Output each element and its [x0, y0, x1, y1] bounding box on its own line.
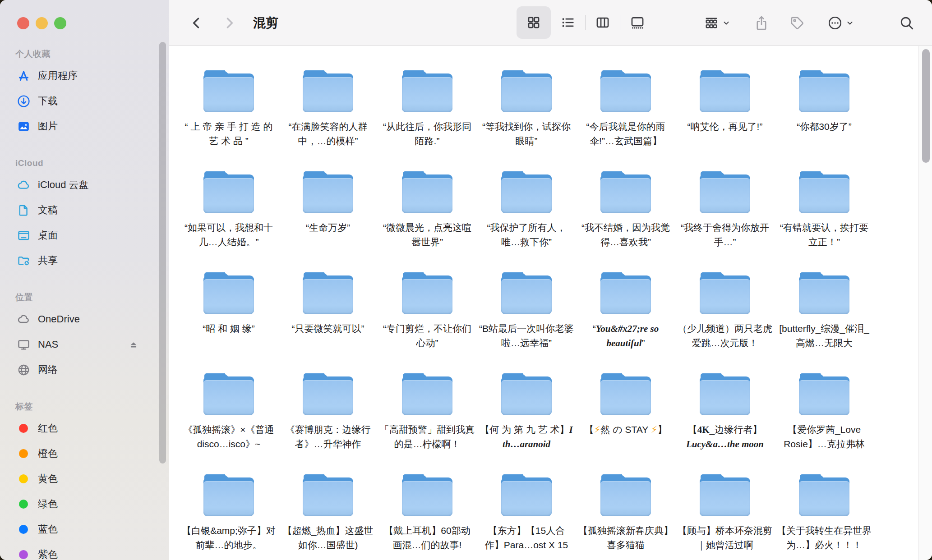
folder-item[interactable]: 【东方】【15人合作】Para…ost X 15 [477, 469, 576, 560]
download-icon [15, 93, 32, 109]
folder-label: 《孤独摇滚》×《普通disco…isco》~ [181, 422, 277, 451]
folder-content-area: “ 上 帝 亲 手 打 造 的 艺 术 品 ”“在满脸笑容的人群中，…的模样”“… [169, 46, 932, 560]
folder-item[interactable]: 【何 为 第 九 艺 术】I th…aranoid [477, 368, 576, 469]
folder-item[interactable]: 《孤独摇滚》×《普通disco…isco》~ [179, 368, 278, 469]
view-button-grid[interactable] [517, 6, 551, 39]
sidebar-item-icloud-drive[interactable]: iCloud 云盘 [0, 172, 169, 197]
folder-item[interactable]: 【戴上耳机】60部动画混…们的故事! [378, 469, 477, 560]
folder-icon [402, 171, 452, 213]
folder-item[interactable]: “我终于舍得为你放开手…” [675, 166, 775, 267]
folder-item[interactable]: “B站最后一次叫你老婆啦…远幸福” [477, 267, 576, 368]
tag-icon [789, 15, 805, 31]
sidebar-item-tag-red[interactable]: 红色 [0, 416, 169, 441]
sidebar-item-label: iCloud 云盘 [38, 178, 88, 192]
folder-item[interactable]: （少儿频道）两只老虎爱跳…次元版！ [675, 267, 775, 368]
sidebar-item-tag-blue[interactable]: 蓝色 [0, 517, 169, 542]
folder-item[interactable]: “在满脸笑容的人群中，…的模样” [278, 65, 378, 166]
sidebar-item-applications[interactable]: 应用程序 [0, 63, 169, 88]
tag-dot-icon [15, 471, 32, 487]
folder-item[interactable]: “你都30岁了” [775, 65, 874, 166]
folder-item[interactable]: “ 上 帝 亲 手 打 造 的 艺 术 品 ” [179, 65, 278, 166]
folder-label: “昭 和 姻 缘” [181, 321, 277, 336]
close-button[interactable] [17, 17, 29, 29]
forward-button[interactable] [221, 15, 237, 31]
sidebar-item-desktop[interactable]: 桌面 [0, 223, 169, 248]
folder-item[interactable]: “我不结婚，因为我觉得…喜欢我” [576, 166, 675, 267]
documents-icon [15, 202, 32, 218]
group-by-button[interactable] [704, 15, 731, 31]
folder-item[interactable]: “我保护了所有人，唯…救下你” [477, 166, 576, 267]
folder-item[interactable]: 【孤独摇滚新春庆典】喜多猫猫 [576, 469, 675, 560]
back-button[interactable] [189, 15, 204, 31]
sidebar-sections: 个人收藏应用程序下载图片iCloudiCloud 云盘文稿桌面共享位置OneDr… [0, 49, 169, 560]
folder-item[interactable]: 【超燃_热血】这盛世如你…国盛世) [278, 469, 378, 560]
folder-item[interactable]: 【⚡然 の STAY ⚡】 [576, 368, 675, 469]
folder-icon [700, 70, 750, 112]
sidebar-item-onedrive[interactable]: OneDrive [0, 307, 169, 332]
folder-item[interactable]: 【关于我转生在异世界为…】必火！！！ [775, 469, 874, 560]
folder-item[interactable]: “昭 和 姻 缘” [179, 267, 278, 368]
main-scrollbar-thumb[interactable] [922, 49, 930, 163]
folder-item[interactable]: “从此往后，你我形同陌路.” [378, 65, 477, 166]
main-scrollbar-track[interactable] [918, 46, 932, 560]
columns-view-icon [595, 15, 610, 30]
sidebar-item-network[interactable]: 网络 [0, 357, 169, 382]
onedrive-cloud-icon [15, 311, 32, 327]
folder-icon [700, 272, 750, 314]
sidebar-item-label: NAS [38, 339, 58, 350]
folder-item[interactable]: “今后我就是你的雨伞!”…玄武国篇】 [576, 65, 675, 166]
folder-item[interactable]: “微微晨光，点亮这喧嚣世界” [378, 166, 477, 267]
folder-label: 【东方】【15人合作】Para…ost X 15 [479, 523, 574, 552]
folder-item[interactable]: 【4K_边缘行者】Lucy&a…the moon [675, 368, 775, 469]
folder-item[interactable]: “生命万岁” [278, 166, 378, 267]
minimize-button[interactable] [36, 17, 48, 29]
view-button-gallery[interactable] [620, 6, 655, 39]
folder-item[interactable]: “只要微笑就可以” [278, 267, 378, 368]
sidebar-item-label: 蓝色 [38, 523, 58, 536]
sidebar-item-tag-orange[interactable]: 橙色 [0, 441, 169, 466]
folder-item[interactable]: 【爱你罗茜_Love Rosie】…克拉弗林 [775, 368, 874, 469]
more-button[interactable] [827, 15, 854, 31]
sidebar-item-label: 共享 [38, 254, 58, 267]
sidebar-scrollbar-thumb[interactable] [159, 42, 166, 464]
more-ellipsis-icon [827, 15, 843, 31]
sidebar-item-nas[interactable]: NAS [0, 332, 169, 357]
folder-item[interactable]: 《赛博朋克：边缘行者》…升华神作 [278, 368, 378, 469]
folder-item[interactable]: “等我找到你，试探你眼睛” [477, 65, 576, 166]
folder-item[interactable]: “You&#x27;re so beautiful” [576, 267, 675, 368]
sidebar-item-downloads[interactable]: 下载 [0, 88, 169, 114]
sidebar-item-tag-yellow[interactable]: 黄色 [0, 466, 169, 491]
icloud-icon [15, 177, 32, 193]
share-button[interactable] [754, 15, 769, 31]
folder-item[interactable]: “如果可以，我想和十几…人结婚。” [179, 166, 278, 267]
folder-item[interactable]: 「高甜预警」甜到我真的是…柠檬啊！ [378, 368, 477, 469]
folder-label: “你都30岁了” [776, 119, 872, 134]
sidebar-item-tag-green[interactable]: 绿色 [0, 491, 169, 517]
view-button-columns[interactable] [586, 6, 620, 39]
folder-item[interactable]: “呐艾伦，再见了!” [675, 65, 775, 166]
tag-button[interactable] [789, 15, 805, 31]
folder-icon [700, 474, 750, 516]
folder-item[interactable]: 【顾与】桥本环奈混剪｜她曾活过啊 [675, 469, 775, 560]
sidebar-item-shared[interactable]: 共享 [0, 248, 169, 273]
folder-icon [303, 474, 353, 516]
eject-icon[interactable] [128, 339, 139, 350]
folder-item[interactable]: “有错就要认，挨打要立正！” [775, 166, 874, 267]
sidebar-item-pictures[interactable]: 图片 [0, 114, 169, 139]
sidebar-item-label: 图片 [38, 119, 58, 133]
folder-icon [501, 474, 552, 516]
folder-label: 【关于我转生在异世界为…】必火！！！ [776, 523, 872, 552]
view-button-list[interactable] [551, 6, 585, 39]
zoom-button[interactable] [54, 17, 66, 29]
sidebar-item-documents[interactable]: 文稿 [0, 197, 169, 223]
folder-item[interactable]: 【白银&amp;弥子】对前辈…的地步。 [179, 469, 278, 560]
shared-folder-icon [15, 252, 32, 269]
search-icon [899, 15, 914, 31]
sidebar-item-tag-purple[interactable]: 紫色 [0, 542, 169, 560]
folder-icon [700, 373, 750, 415]
folder-item[interactable]: “专门剪烂，不让你们心动” [378, 267, 477, 368]
search-button[interactable] [899, 15, 914, 31]
nas-display-icon [15, 336, 32, 353]
folder-item[interactable]: [butterfly_综漫_催泪_高燃…无限大 [775, 267, 874, 368]
pictures-icon [15, 118, 32, 134]
